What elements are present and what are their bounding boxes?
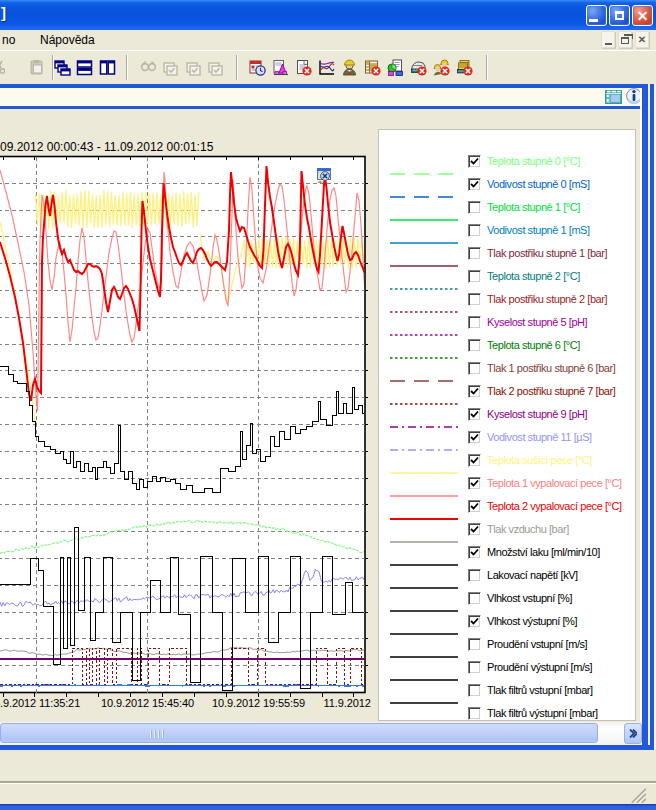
legend-checkbox[interactable] (468, 247, 481, 260)
calendar-period-button[interactable] (246, 56, 269, 79)
legend-checkbox[interactable] (468, 293, 481, 306)
operator-button[interactable] (338, 56, 361, 79)
show-graph-button[interactable] (315, 56, 338, 79)
legend-row: Tlak filtrů výstupní [mbar] (379, 703, 635, 721)
chart-plot-area[interactable] (0, 109, 377, 722)
delete-device-button[interactable] (407, 56, 430, 79)
legend-row: Tlak postřiku stupně 1 [bar] (379, 243, 635, 266)
thumb-grip-icon (150, 730, 152, 738)
legend-row: Vlhkost výstupní [%] (379, 611, 635, 634)
scrollbar-right-arrow[interactable] (624, 723, 642, 744)
legend-row: Vodivost stupně 0 [mS] (379, 174, 635, 197)
legend-checkbox[interactable] (468, 661, 481, 674)
legend-row: Tlak 2 postřiku stupně 7 [bar] (379, 381, 635, 404)
legend-checkbox[interactable] (468, 523, 481, 536)
document-content: 09.2012 00:00:43 - 11.09.2012 00:01:15 .… (0, 109, 642, 722)
mdi-minimize-button[interactable] (601, 31, 615, 48)
mdi-close-button[interactable]: ✕ (635, 31, 649, 48)
menu-item-napoveda[interactable]: Nápověda (38, 32, 97, 48)
legend-row: Tlak 1 postřiku stupně 6 [bar] (379, 358, 635, 381)
legend-checkbox[interactable] (468, 638, 481, 651)
legend-checkbox[interactable] (468, 270, 481, 283)
thumb-grip-icon (154, 730, 156, 738)
legend-checkbox[interactable] (468, 178, 481, 191)
tile-horizontal-icon (76, 59, 93, 76)
tile-vertical-icon (99, 59, 116, 76)
table-view-icon[interactable] (605, 90, 622, 104)
graph-settings-icon (272, 59, 289, 76)
window-check-1-button (159, 56, 182, 79)
legend-checkbox[interactable] (468, 431, 481, 444)
legend-row: Tlak filtrů vstupní [mbar] (379, 680, 635, 703)
status-bar-zone (0, 750, 656, 804)
legend-checkbox[interactable] (468, 546, 481, 559)
mdi-restore-button[interactable] (618, 31, 632, 48)
minimize-icon (589, 19, 598, 22)
legend-checkbox[interactable] (468, 362, 481, 375)
legend-line-sample (390, 185, 458, 187)
legend-row: Lakovací napětí [kV] (379, 565, 635, 588)
x-axis-label: 11.9.2012 00:01:15 (324, 697, 373, 709)
tile-horizontal-button[interactable] (73, 56, 96, 79)
minimize-button[interactable] (586, 5, 607, 26)
legend-row: Teplota 2 vypalovací pece [°C] (379, 496, 635, 519)
legend-line-sample (390, 438, 458, 440)
delete-archive-button[interactable] (453, 56, 476, 79)
cascade-windows-button[interactable] (51, 56, 74, 79)
zoom-reset-button[interactable] (316, 168, 332, 183)
delete-document-button[interactable] (292, 56, 315, 79)
legend-label: Tlak filtrů výstupní [mbar] (487, 707, 598, 719)
close-button[interactable]: ✕ (632, 5, 653, 26)
mdi-minimize-icon (605, 43, 612, 45)
legend-label: Vodivost stupně 11 [µS] (487, 431, 592, 443)
graph-settings-button[interactable] (269, 56, 292, 79)
legend-checkbox[interactable] (468, 707, 481, 720)
legend-checkbox[interactable] (468, 569, 481, 582)
legend-row: Teplota stupně 0 [°C] (379, 151, 635, 174)
export-data-button[interactable] (384, 56, 407, 79)
legend-checkbox[interactable] (468, 201, 481, 214)
delete-archive-icon (456, 59, 473, 76)
scrollbar-thumb[interactable] (0, 723, 598, 743)
legend-checkbox[interactable] (468, 500, 481, 513)
toolbar-separator (486, 55, 488, 80)
legend-line-sample (390, 599, 458, 601)
legend-line-sample (390, 208, 458, 210)
legend-label: Lakovací napětí [kV] (487, 569, 578, 581)
legend-checkbox[interactable] (468, 339, 481, 352)
legend-checkbox[interactable] (468, 385, 481, 398)
toolbar (0, 50, 656, 84)
delete-table-button[interactable] (361, 56, 384, 79)
x-axis-label: 10.9.2012 15:45:40 (101, 697, 194, 709)
legend-checkbox[interactable] (468, 477, 481, 490)
delete-operators-button[interactable] (430, 56, 453, 79)
legend-label: Teplota sušící pece [°C] (487, 454, 592, 466)
x-axis-labels: .9.2012 11:35:2110.9.2012 15:45:4010.9.2… (0, 697, 372, 713)
legend-line-sample (390, 622, 458, 624)
legend-label: Vodivost stupně 1 [mS] (487, 224, 590, 236)
legend-row: Vodivost stupně 1 [mS] (379, 220, 635, 243)
legend-line-sample (390, 346, 458, 348)
legend-label: Teplota stupně 0 [°C] (487, 155, 580, 167)
legend-row: Teplota stupně 2 [°C] (379, 266, 635, 289)
maximize-icon (615, 11, 624, 20)
thumb-grip-icon (158, 730, 160, 738)
menu-item-okno[interactable]: no (0, 32, 17, 48)
maximize-button[interactable] (609, 5, 630, 26)
legend-checkbox[interactable] (468, 615, 481, 628)
legend-checkbox[interactable] (468, 155, 481, 168)
legend-checkbox[interactable] (468, 316, 481, 329)
resize-grip-icon[interactable] (628, 786, 646, 803)
legend-checkbox[interactable] (468, 454, 481, 467)
legend-line-sample (390, 507, 458, 509)
tile-vertical-button[interactable] (96, 56, 119, 79)
legend-checkbox[interactable] (468, 684, 481, 697)
legend-line-sample (390, 300, 458, 302)
legend-checkbox[interactable] (468, 408, 481, 421)
legend-checkbox[interactable] (468, 592, 481, 605)
legend-checkbox[interactable] (468, 224, 481, 237)
calendar-period-icon (249, 59, 266, 76)
legend-line-sample (390, 392, 458, 394)
legend-line-sample (390, 162, 458, 164)
horizontal-scrollbar[interactable] (0, 722, 642, 745)
